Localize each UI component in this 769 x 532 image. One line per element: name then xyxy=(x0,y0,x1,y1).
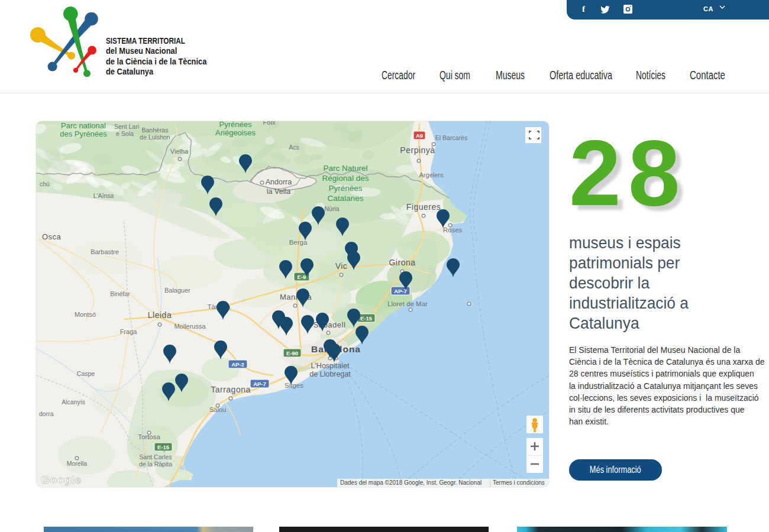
svg-text:Andorra: Andorra xyxy=(266,178,292,186)
svg-text:Lloret de Mar: Lloret de Mar xyxy=(387,300,428,307)
svg-text:Sant Carles: Sant Carles xyxy=(140,453,172,460)
svg-text:de Luishon: de Luishon xyxy=(140,134,170,141)
svg-text:Girona: Girona xyxy=(389,258,415,267)
svg-text:AP-7: AP-7 xyxy=(253,381,266,387)
svg-text:Lleida: Lleida xyxy=(148,310,172,320)
svg-text:E-9: E-9 xyxy=(298,274,306,280)
svg-text:A9: A9 xyxy=(416,132,423,139)
svg-text:Alcanyís: Alcanyís xyxy=(62,398,85,406)
svg-text:chú: chú xyxy=(40,180,50,187)
svg-text:Catalanes: Catalanes xyxy=(328,194,364,203)
svg-text:El Barcarès: El Barcarès xyxy=(435,134,467,141)
svg-text:Montsó: Montsó xyxy=(75,311,96,318)
svg-text:Parc Naturel: Parc Naturel xyxy=(323,164,367,173)
svg-text:Mollerussa: Mollerussa xyxy=(174,323,206,330)
svg-text:des Pyrénées: des Pyrénées xyxy=(60,129,107,138)
svg-text:Parc national: Parc national xyxy=(61,121,106,130)
svg-text:Vielha: Vielha xyxy=(170,148,189,155)
svg-text:Régional des: Régional des xyxy=(322,174,369,183)
svg-text:dorra: dorra xyxy=(39,410,54,417)
svg-text:Google: Google xyxy=(41,473,81,486)
svg-text:Morella: Morella xyxy=(67,460,88,467)
svg-text:E-15: E-15 xyxy=(157,444,170,450)
svg-text:Tarragona: Tarragona xyxy=(211,385,251,394)
svg-text:AP-2: AP-2 xyxy=(231,361,244,368)
svg-text:Osca: Osca xyxy=(42,232,62,241)
svg-text:de la Ràpita: de la Ràpita xyxy=(139,460,172,468)
svg-text:Sent Lari: Sent Lari xyxy=(114,123,139,130)
svg-text:E-90: E-90 xyxy=(286,350,298,356)
svg-text:Dades del mapa ©2018 Google, I: Dades del mapa ©2018 Google, Inst. Geogr… xyxy=(340,479,482,486)
svg-text:e Sola: e Sola xyxy=(116,130,134,137)
svg-text:Caspe: Caspe xyxy=(77,370,95,377)
svg-text:L'Aïnsa: L'Aïnsa xyxy=(93,192,114,199)
svg-text:Fraga: Fraga xyxy=(120,328,138,335)
svg-text:Núria: Núria xyxy=(324,205,339,212)
svg-text:Banhèras: Banhèras xyxy=(142,126,169,134)
svg-text:Pyrénées: Pyrénées xyxy=(328,184,362,193)
svg-text:Ariégeoises: Ariégeoises xyxy=(215,128,256,137)
svg-text:de Llobregat: de Llobregat xyxy=(309,370,351,378)
svg-text:Binéfar: Binéfar xyxy=(110,290,130,297)
svg-text:Balaguer: Balaguer xyxy=(164,287,190,294)
svg-text:AP-7: AP-7 xyxy=(394,288,407,294)
svg-text:Figueres: Figueres xyxy=(406,202,441,212)
svg-text:Barbastre: Barbastre xyxy=(91,248,119,255)
svg-text:Roses: Roses xyxy=(443,226,463,233)
svg-text:Argelers: Argelers xyxy=(419,171,444,179)
svg-text:Termes i condicions: Termes i condicions xyxy=(493,479,545,486)
svg-text:Foix: Foix xyxy=(263,121,276,126)
svg-text:Berga: Berga xyxy=(289,239,308,246)
svg-text:E-15: E-15 xyxy=(360,315,373,322)
svg-text:Perpinyà: Perpinyà xyxy=(400,145,435,155)
svg-text:Vic: Vic xyxy=(335,261,348,271)
svg-text:L'Hospitalet: L'Hospitalet xyxy=(311,362,350,370)
svg-text:Acs: Acs xyxy=(289,144,299,151)
svg-text:la Vella: la Vella xyxy=(267,187,290,196)
svg-text:Sitges: Sitges xyxy=(285,382,303,389)
